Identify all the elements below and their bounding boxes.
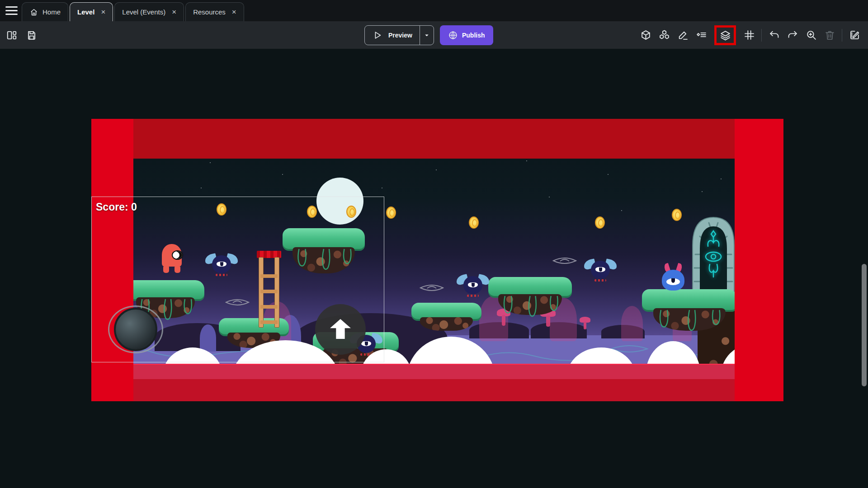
star-dot: [549, 197, 550, 197]
star-dot: [282, 174, 283, 175]
gdevelop-editor: HomeLevel×Level (Events)×Resources× Prev…: [0, 0, 868, 488]
tab-resources[interactable]: Resources×: [185, 2, 244, 21]
red-zone-right[interactable]: [735, 119, 783, 401]
tab-label: Level (Events): [122, 8, 165, 16]
platform[interactable]: [642, 289, 737, 334]
save-icon[interactable]: [25, 29, 38, 42]
star-dot: [201, 188, 202, 188]
bat-enemy[interactable]: [585, 260, 616, 281]
cube-icon[interactable]: [639, 29, 652, 42]
publish-button[interactable]: Publish: [440, 25, 493, 45]
star-dot: [608, 174, 609, 175]
home-icon: [29, 8, 38, 17]
close-tab-icon[interactable]: ×: [232, 8, 236, 16]
toolbar-left: [5, 21, 38, 49]
close-tab-icon[interactable]: ×: [172, 8, 176, 16]
star-dot: [210, 162, 211, 163]
preview-button[interactable]: Preview: [364, 25, 434, 45]
portal-door[interactable]: [691, 214, 736, 294]
star-dot: [721, 178, 722, 179]
coin[interactable]: [469, 216, 479, 229]
preview-button-label: Preview: [388, 32, 412, 39]
star-dot: [621, 210, 622, 211]
platform[interactable]: [488, 277, 572, 319]
globe-icon: [448, 30, 458, 40]
star-dot: [436, 169, 437, 170]
game-scene[interactable]: Score: 0: [91, 119, 783, 401]
star-dot: [526, 160, 527, 161]
annotation-highlight-box: [714, 25, 736, 45]
editor-canvas[interactable]: Score: 0 2283;-300: [0, 49, 868, 488]
horned-enemy[interactable]: [662, 264, 684, 291]
tab-level[interactable]: Level×: [70, 2, 113, 21]
objects-list-icon[interactable]: [695, 29, 708, 42]
star-dot: [702, 191, 703, 192]
toolbar: Preview Publish: [0, 21, 868, 49]
red-zone-top[interactable]: [91, 119, 783, 159]
publish-button-label: Publish: [462, 32, 485, 39]
toolbar-center: Preview Publish: [364, 25, 493, 45]
redo-icon[interactable]: [786, 29, 799, 42]
tab-label: Resources: [193, 8, 226, 16]
tab-level-events[interactable]: Level (Events)×: [114, 2, 184, 21]
undo-icon[interactable]: [768, 29, 780, 42]
trash-icon[interactable]: [823, 29, 836, 42]
toolbar-divider: [761, 29, 762, 42]
layers-icon[interactable]: [719, 29, 731, 42]
bat-enemy[interactable]: [457, 275, 489, 296]
coin[interactable]: [672, 209, 682, 221]
menu-icon[interactable]: [5, 6, 19, 15]
toolbar-right: [639, 21, 861, 49]
coin[interactable]: [595, 216, 605, 229]
preview-options-caret[interactable]: [420, 26, 434, 45]
play-icon: [371, 29, 384, 42]
eye-decoration: [419, 282, 445, 293]
grid-icon[interactable]: [743, 29, 755, 42]
pink-bush: [621, 306, 643, 341]
tab-bar: HomeLevel×Level (Events)×Resources×: [0, 0, 868, 21]
eye-decoration: [552, 255, 578, 266]
platform[interactable]: [411, 303, 481, 334]
pencil-icon[interactable]: [676, 29, 689, 42]
tab-label: Level: [77, 8, 94, 16]
vertical-scrollbar[interactable]: [862, 264, 867, 386]
jump-button[interactable]: [315, 304, 366, 355]
tabs: HomeLevel×Level (Events)×Resources×: [22, 2, 244, 21]
close-tab-icon[interactable]: ×: [101, 8, 105, 16]
scene-edit-icon[interactable]: [848, 29, 861, 42]
red-zone-bottom[interactable]: [91, 364, 783, 401]
tab-label: Home: [42, 8, 61, 16]
toolbar-divider: [842, 29, 842, 42]
coin[interactable]: [386, 206, 396, 219]
instances-icon[interactable]: [658, 29, 670, 42]
zoom-in-icon[interactable]: [805, 29, 817, 42]
tab-home[interactable]: Home: [22, 2, 68, 21]
joystick-control[interactable]: [108, 306, 163, 353]
star-dot: [382, 188, 382, 188]
panels-icon[interactable]: [5, 29, 18, 42]
mushroom: [580, 317, 590, 329]
